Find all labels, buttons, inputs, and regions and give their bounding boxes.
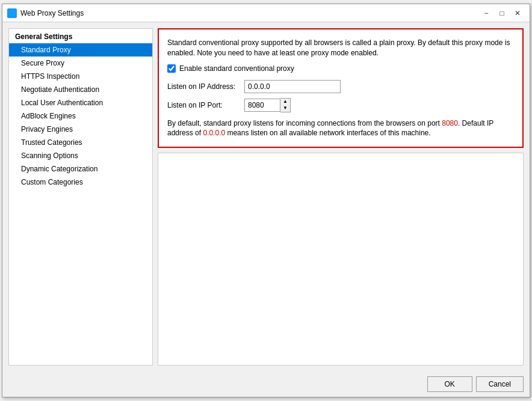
sidebar-item-standard-proxy[interactable]: Standard Proxy: [9, 43, 152, 57]
window-title: Web Proxy Settings: [20, 9, 84, 17]
sidebar-item-dynamic-categorization[interactable]: Dynamic Categorization: [9, 162, 152, 176]
sidebar-item-adblock-engines[interactable]: AdBlock Engines: [9, 109, 152, 123]
minimize-button[interactable]: −: [479, 7, 493, 19]
note-text: By default, standard proxy listens for i…: [167, 118, 514, 139]
sidebar-items-container: Standard ProxySecure ProxyHTTPS Inspecti…: [9, 43, 152, 189]
sidebar-item-https-inspection[interactable]: HTTPS Inspection: [9, 70, 152, 83]
sidebar: General Settings Standard ProxySecure Pr…: [8, 28, 153, 366]
empty-panel: [158, 153, 524, 366]
spinner-buttons: ▲ ▼: [280, 98, 291, 112]
bottom-bar: OK Cancel: [2, 372, 530, 397]
note-highlight-port: 8080: [442, 119, 458, 127]
title-bar-left: 🌐 Web Proxy Settings: [7, 8, 84, 18]
ip-address-row: Listen on IP Address:: [167, 80, 514, 93]
web-proxy-settings-window: 🌐 Web Proxy Settings − □ ✕ General Setti…: [2, 4, 530, 397]
description-text: Standard conventional proxy supported by…: [167, 38, 514, 58]
sidebar-item-secure-proxy[interactable]: Secure Proxy: [9, 57, 152, 70]
settings-panel: Standard conventional proxy supported by…: [158, 28, 524, 148]
close-button[interactable]: ✕: [510, 7, 525, 19]
enable-checkbox-row: Enable standard conventional proxy: [167, 64, 514, 73]
content-area: General Settings Standard ProxySecure Pr…: [2, 22, 530, 372]
sidebar-item-local-user-auth[interactable]: Local User Authentication: [9, 96, 152, 109]
ip-port-row: Listen on IP Port: ▲ ▼: [167, 98, 514, 112]
window-controls: − □ ✕: [479, 7, 525, 19]
enable-proxy-checkbox[interactable]: [167, 64, 176, 73]
spinner-up-button[interactable]: ▲: [280, 99, 290, 105]
ip-port-label: Listen on IP Port:: [167, 101, 240, 109]
maximize-button[interactable]: □: [495, 7, 509, 19]
title-bar: 🌐 Web Proxy Settings − □ ✕: [2, 4, 530, 22]
ip-port-spinner: ▲ ▼: [244, 98, 291, 112]
note-highlight-ip: 0.0.0.0: [203, 129, 225, 137]
app-icon: 🌐: [7, 8, 17, 18]
cancel-button[interactable]: Cancel: [476, 376, 524, 392]
ok-button[interactable]: OK: [427, 376, 472, 392]
sidebar-item-custom-categories[interactable]: Custom Categories: [9, 176, 152, 189]
sidebar-item-scanning-options[interactable]: Scanning Options: [9, 149, 152, 162]
sidebar-item-negotiate-auth[interactable]: Negotiate Authentication: [9, 83, 152, 96]
sidebar-group-label: General Settings: [9, 29, 152, 43]
ip-port-input[interactable]: [244, 99, 280, 112]
main-panel: Standard conventional proxy supported by…: [158, 28, 524, 366]
spinner-down-button[interactable]: ▼: [280, 105, 290, 112]
sidebar-item-privacy-engines[interactable]: Privacy Engines: [9, 123, 152, 136]
sidebar-item-trusted-categories[interactable]: Trusted Categories: [9, 136, 152, 149]
enable-proxy-label: Enable standard conventional proxy: [179, 64, 294, 73]
ip-address-label: Listen on IP Address:: [167, 82, 240, 91]
ip-address-input[interactable]: [244, 80, 341, 93]
